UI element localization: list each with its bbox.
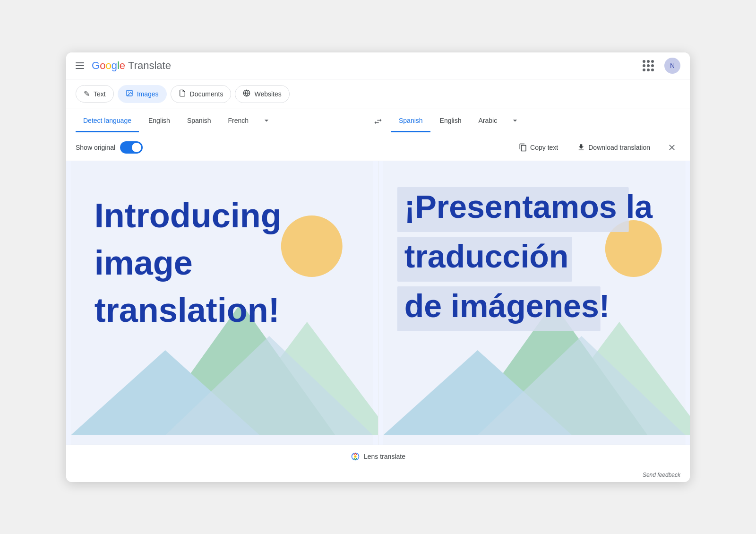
source-french-btn[interactable]: French — [220, 110, 256, 132]
download-translation-label: Download translation — [588, 144, 650, 151]
apps-grid-icon — [643, 60, 654, 71]
show-original-toggle[interactable]: ✓ — [120, 141, 143, 154]
target-arabic-btn[interactable]: Arabic — [471, 110, 505, 132]
toggle-check-icon: ✓ — [136, 144, 141, 151]
swap-languages-button[interactable] — [369, 112, 387, 131]
source-language-selector: Detect language English Spanish French — [76, 109, 365, 134]
translated-scene-svg: ¡Presentamos la traducción de imágenes! — [378, 161, 690, 445]
svg-text:traducción: traducción — [404, 238, 568, 274]
documents-icon — [179, 89, 186, 99]
images-icon — [126, 89, 133, 99]
logo-google-text: Google — [92, 60, 125, 72]
svg-text:¡Presentamos la: ¡Presentamos la — [404, 189, 653, 224]
header: Google Translate N — [66, 52, 690, 79]
translated-image-panel: ¡Presentamos la traducción de imágenes! — [378, 161, 690, 445]
lens-icon — [351, 452, 360, 461]
svg-text:translation!: translation! — [94, 291, 280, 329]
apps-button[interactable] — [640, 57, 657, 74]
header-right: N — [640, 57, 680, 74]
app-window: Google Translate N ✎ Text — [66, 52, 690, 482]
svg-text:image: image — [94, 244, 193, 282]
toolbar-left: Show original ✓ — [76, 141, 143, 154]
show-original-label: Show original — [76, 144, 115, 151]
tab-websites-label: Websites — [254, 90, 281, 98]
copy-text-button[interactable]: Copy text — [513, 139, 564, 155]
text-icon: ✎ — [84, 89, 90, 98]
svg-point-26 — [354, 455, 357, 457]
websites-icon — [243, 89, 250, 99]
tab-websites[interactable]: Websites — [235, 85, 289, 103]
source-detect-btn[interactable]: Detect language — [76, 110, 139, 132]
lens-label: Lens translate — [364, 453, 405, 460]
original-image-panel: Introducing image translation! — [66, 161, 378, 445]
header-left: Google Translate — [76, 60, 171, 72]
toolbar-right: Copy text Download translation — [513, 139, 680, 156]
avatar[interactable]: N — [664, 58, 680, 74]
tab-images-label: Images — [137, 90, 159, 98]
tab-text-label: Text — [94, 90, 106, 98]
target-spanish-btn[interactable]: Spanish — [391, 110, 430, 132]
svg-text:Introducing: Introducing — [94, 197, 282, 234]
copy-text-label: Copy text — [530, 144, 558, 151]
lens-bar: Lens translate — [66, 445, 690, 468]
tab-documents[interactable]: Documents — [171, 85, 232, 103]
language-bar: Detect language English Spanish French S… — [66, 109, 690, 134]
tab-images[interactable]: Images — [118, 85, 167, 103]
menu-icon[interactable] — [76, 62, 84, 69]
svg-point-5 — [281, 215, 343, 277]
target-language-selector: Spanish English Arabic — [391, 109, 680, 134]
source-more-btn[interactable] — [258, 109, 275, 134]
footer: Send feedback — [66, 468, 690, 482]
target-more-btn[interactable] — [507, 109, 524, 134]
mode-tabs: ✎ Text Images Documents Websites — [66, 79, 690, 109]
logo-translate-text: Translate — [128, 60, 171, 72]
source-english-btn[interactable]: English — [141, 110, 178, 132]
original-scene-svg: Introducing image translation! — [66, 161, 378, 445]
image-area: Introducing image translation! — [66, 161, 690, 445]
toggle-track[interactable]: ✓ — [120, 141, 143, 154]
close-button[interactable] — [663, 139, 680, 156]
svg-text:de imágenes!: de imágenes! — [404, 288, 610, 324]
tab-documents-label: Documents — [190, 90, 223, 98]
target-english-btn[interactable]: English — [432, 110, 469, 132]
send-feedback-link[interactable]: Send feedback — [643, 472, 680, 478]
source-spanish-btn[interactable]: Spanish — [180, 110, 219, 132]
toolbar: Show original ✓ Copy text Download trans… — [66, 134, 690, 161]
svg-point-1 — [128, 91, 129, 92]
tab-text[interactable]: ✎ Text — [76, 85, 114, 103]
logo: Google Translate — [92, 60, 171, 72]
download-translation-button[interactable]: Download translation — [571, 139, 656, 155]
